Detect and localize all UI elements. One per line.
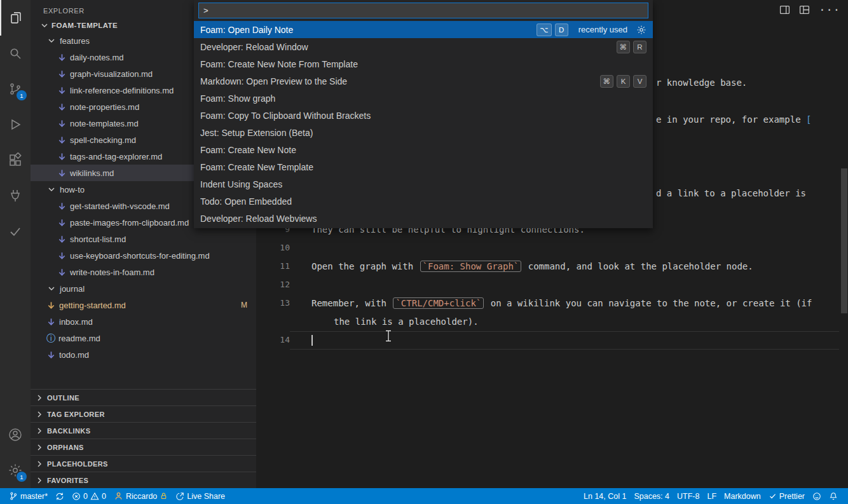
error-count: 0 <box>83 492 88 501</box>
cursor-position[interactable]: Ln 14, Col 1 <box>580 488 630 504</box>
section-chevron-icon <box>34 475 44 486</box>
eol-status[interactable]: LF <box>703 488 720 504</box>
command-label: Developer: Reload Webviews <box>200 214 646 224</box>
eol-label: LF <box>707 492 716 501</box>
command-input[interactable] <box>198 3 648 18</box>
command-item-foam-create-new-note[interactable]: Foam: Create New Note <box>194 141 653 158</box>
extensions-activity-button[interactable] <box>0 142 31 178</box>
command-item-foam-copy-to-clipboard-without-brackets[interactable]: Foam: Copy To Clipboard Without Brackets <box>194 107 653 124</box>
command-item-foam-open-daily-note[interactable]: Foam: Open Daily Note⌥Drecently used <box>194 21 653 38</box>
git-branch-status[interactable]: master* <box>5 488 51 504</box>
configure-gear-icon[interactable] <box>636 25 646 35</box>
command-item-foam-show-graph[interactable]: Foam: Show graph <box>194 90 653 107</box>
source-control-activity-button[interactable]: 1 <box>0 71 31 107</box>
keybinding-chip: V <box>633 75 646 88</box>
file-getting-started-md[interactable]: getting-started.mdM <box>31 297 256 313</box>
section-favorites[interactable]: FAVORITES <box>31 472 256 488</box>
info-icon: ⓘ <box>46 334 55 343</box>
section-backlinks[interactable]: BACKLINKS <box>31 422 256 439</box>
code-line-10: 10 <box>256 239 839 257</box>
command-item-foam-create-new-template[interactable]: Foam: Create New Template <box>194 158 653 175</box>
search-activity-button[interactable] <box>0 36 31 71</box>
command-item-indent-using-spaces[interactable]: Indent Using Spaces <box>194 175 653 193</box>
sync-button[interactable] <box>51 488 68 504</box>
lock-icon <box>160 492 168 500</box>
file-use-keyboard-shortcuts-for-editing-md[interactable]: use-keyboard-shortcuts-for-editing.md <box>31 247 256 264</box>
command-item-todo-open-embedded[interactable]: Todo: Open Embedded <box>194 193 653 210</box>
cursor-position-label: Ln 14, Col 1 <box>584 492 626 501</box>
command-label: Markdown: Open Preview to the Side <box>200 76 597 86</box>
code-line-content[interactable]: Remember, with `CTRL/CMD+click` on a wik… <box>290 294 839 313</box>
command-item-markdown-open-preview-to-the-side[interactable]: Markdown: Open Preview to the Side⌘KV <box>194 72 653 90</box>
tree-item-label: graph-visualization.md <box>70 69 153 79</box>
folder-chevron-icon <box>46 184 57 194</box>
command-label: Foam: Show graph <box>200 93 646 104</box>
markdown-arrow-icon <box>57 251 67 261</box>
command-label: Indent Using Spaces <box>200 179 646 189</box>
code-line-content[interactable]: Open the graph with `Foam: Show Graph` c… <box>290 257 839 276</box>
source-control-badge: 1 <box>17 90 27 100</box>
notifications-button[interactable] <box>825 488 842 504</box>
run-debug-activity-button[interactable] <box>0 107 31 142</box>
section-outline[interactable]: OUTLINE <box>31 389 256 405</box>
tree-item-label: inbox.md <box>59 317 93 327</box>
code-line-content[interactable] <box>290 276 839 294</box>
encoding-status[interactable]: UTF-8 <box>673 488 703 504</box>
plug-icon <box>8 188 23 203</box>
feedback-button[interactable] <box>809 488 825 504</box>
test-explorer-activity-button[interactable] <box>0 214 31 249</box>
feedback-smiley-icon <box>812 492 821 501</box>
status-bar: master* 0 0 Riccardo <box>0 488 848 504</box>
command-item-developer-reload-window[interactable]: Developer: Reload Window⌘R <box>194 38 653 55</box>
live-share-activity-button[interactable] <box>0 178 31 214</box>
section-orphans[interactable]: ORPHANS <box>31 439 256 455</box>
editor-scrollbar[interactable] <box>841 168 847 313</box>
command-item-foam-create-new-note-from-template[interactable]: Foam: Create New Note From Template <box>194 55 653 72</box>
file-todo-md[interactable]: todo.md <box>31 346 256 363</box>
command-label: Developer: Reload Window <box>200 42 613 52</box>
modified-badge: M <box>241 301 256 310</box>
tree-item-label: tags-and-tag-explorer.md <box>70 152 162 161</box>
code-line-content[interactable] <box>290 331 839 350</box>
language-mode[interactable]: Markdown <box>720 488 765 504</box>
file-shortcut-list-md[interactable]: shortcut-list.md <box>31 231 256 247</box>
tree-item-label: how-to <box>60 185 85 194</box>
command-label: Foam: Create New Note From Template <box>200 59 646 69</box>
markdown-arrow-icon <box>57 135 67 145</box>
section-chevron-icon <box>34 459 44 469</box>
code-line-content[interactable]: the link is a placeholder). <box>290 313 839 331</box>
settings-button[interactable]: 1 <box>0 453 31 488</box>
file-write-notes-in-foam-md[interactable]: write-notes-in-foam.md <box>31 264 256 280</box>
section-placeholders[interactable]: PLACEHOLDERS <box>31 455 256 472</box>
indentation-status[interactable]: Spaces: 4 <box>630 488 673 504</box>
command-label: Foam: Create New Template <box>200 162 646 172</box>
split-editor-icon[interactable] <box>779 4 790 15</box>
editor-layout-icon[interactable] <box>799 4 810 15</box>
section-tag-explorer[interactable]: TAG EXPLORER <box>31 405 256 422</box>
problems-status[interactable]: 0 0 <box>68 488 110 504</box>
user-icon <box>114 491 123 501</box>
file-readme-md[interactable]: ⓘreadme.md <box>31 330 256 346</box>
live-share-user[interactable]: Riccardo <box>110 488 172 504</box>
tree-item-label: note-properties.md <box>70 102 139 112</box>
git-branch-icon <box>9 491 18 501</box>
configure-keybinding-button[interactable] <box>636 25 646 35</box>
tree-item-label: paste-images-from-clipboard.md <box>70 218 189 228</box>
explorer-activity-button[interactable] <box>0 0 31 36</box>
mouse-cursor-ibeam <box>385 330 392 342</box>
code-line-content[interactable] <box>290 239 839 257</box>
folder-journal[interactable]: journal <box>31 280 256 297</box>
command-item-developer-reload-webviews[interactable]: Developer: Reload Webviews <box>194 210 653 227</box>
warning-count: 0 <box>102 492 106 501</box>
file-inbox-md[interactable]: inbox.md <box>31 313 256 330</box>
line-number: 14 <box>256 331 290 350</box>
command-item-jest-setup-extension-beta[interactable]: Jest: Setup Extension (Beta) <box>194 124 653 141</box>
line-number: 11 <box>256 257 290 276</box>
code-line-wrap: the link is a placeholder). <box>256 313 839 331</box>
workspace-label: FOAM-TEMPLATE <box>51 22 118 29</box>
tree-item-label: shortcut-list.md <box>70 235 126 244</box>
more-actions-icon[interactable]: ··· <box>819 7 840 13</box>
formatter-status[interactable]: Prettier <box>765 488 809 504</box>
live-share-status[interactable]: Live Share <box>172 488 229 504</box>
account-button[interactable] <box>0 417 31 453</box>
